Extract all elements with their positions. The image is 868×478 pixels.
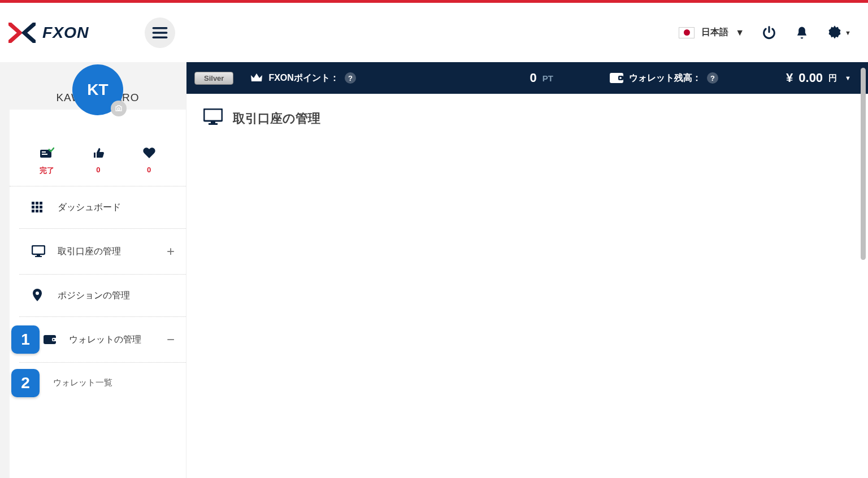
japan-flag-icon (679, 27, 695, 38)
wallet-label: ウォレット残高： (629, 72, 701, 84)
sidebar-item-label: ウォレット一覧 (53, 377, 112, 388)
wallet-group[interactable]: ウォレット残高： ? (610, 72, 718, 84)
svg-rect-17 (32, 246, 45, 254)
chevron-down-icon: ▼ (735, 28, 744, 38)
chevron-down-icon: ▼ (845, 75, 851, 81)
gear-icon (827, 25, 843, 41)
plus-icon: + (167, 244, 175, 259)
sidebar-item-label: ポジションの管理 (58, 290, 130, 302)
stat-status-label: 完了 (40, 166, 54, 176)
sidebar-item-accounts[interactable]: 取引口座の管理 + (19, 229, 186, 275)
monitor-icon (32, 245, 46, 258)
wallet-unit: 円 (828, 73, 837, 84)
stat-favorites[interactable]: 0 (142, 146, 156, 176)
settings-button[interactable]: ▼ (827, 25, 851, 41)
wallet-value-group[interactable]: ¥ 0.00 円 ▼ (786, 71, 851, 85)
id-card-icon (40, 146, 54, 160)
svg-rect-6 (42, 151, 46, 153)
header-right-controls: 日本語 ▼ ▼ (679, 25, 851, 41)
vertical-scrollbar[interactable] (861, 68, 866, 260)
stat-favorites-value: 0 (142, 166, 156, 174)
help-icon[interactable]: ? (345, 72, 356, 84)
svg-rect-11 (32, 206, 34, 208)
location-pin-icon (32, 289, 46, 302)
wallet-icon (43, 333, 58, 346)
main-content: Silver FXONポイント： ? 0 PT ウォレット残高： ? ¥ 0.0… (186, 62, 868, 478)
sidebar-item-positions[interactable]: ポジションの管理 (19, 275, 186, 317)
svg-point-4 (118, 108, 120, 110)
svg-rect-28 (211, 121, 215, 123)
svg-point-20 (36, 292, 39, 295)
logo-text-icon: FXON (42, 24, 128, 42)
svg-rect-13 (40, 206, 42, 208)
stat-verification[interactable]: 完了 (40, 146, 54, 176)
stat-likes[interactable]: 0 (92, 146, 105, 176)
grid-icon (32, 201, 46, 214)
sidebar-item-wallet[interactable]: 1 ウォレットの管理 − (19, 317, 186, 363)
sidebar-item-label: ダッシュボード (58, 202, 121, 214)
svg-rect-16 (40, 210, 42, 212)
bell-icon[interactable] (794, 25, 810, 41)
page-title-text: 取引口座の管理 (233, 110, 320, 127)
svg-rect-19 (35, 256, 42, 257)
svg-rect-18 (37, 255, 40, 256)
points-group[interactable]: FXONポイント： ? (250, 72, 355, 84)
sidebar-item-label: 取引口座の管理 (58, 246, 121, 258)
points-value-group: 0 PT (530, 71, 553, 85)
svg-rect-15 (36, 210, 38, 212)
language-label: 日本語 (701, 27, 728, 38)
svg-rect-14 (32, 210, 34, 212)
svg-rect-12 (36, 206, 38, 208)
svg-text:FXON: FXON (42, 24, 89, 41)
sidebar: KAWASE TARO KT 完了 (0, 62, 186, 478)
thumbs-up-icon (92, 146, 105, 160)
svg-rect-7 (42, 154, 47, 155)
points-label: FXONポイント： (268, 72, 338, 84)
wallet-icon (610, 73, 623, 83)
heart-icon (142, 146, 156, 160)
svg-rect-27 (204, 109, 222, 121)
minus-icon: − (167, 332, 175, 347)
svg-rect-29 (209, 123, 218, 125)
avatar[interactable]: KT (72, 64, 123, 115)
top-header: FXON 日本語 ▼ ▼ (0, 3, 868, 62)
svg-rect-10 (40, 202, 42, 205)
points-value: 0 (530, 71, 537, 85)
svg-point-26 (619, 77, 622, 79)
brand-logo[interactable]: FXON (8, 23, 128, 43)
power-icon[interactable] (761, 25, 777, 41)
sidebar-item-wallet-list[interactable]: 2 ウォレット一覧 (19, 363, 186, 403)
camera-icon[interactable] (111, 101, 127, 116)
svg-rect-8 (32, 202, 34, 205)
svg-point-23 (53, 339, 55, 341)
points-unit: PT (542, 73, 553, 83)
sidebar-item-label: ウォレットの管理 (69, 334, 141, 346)
monitor-icon (203, 108, 223, 129)
sidebar-nav: ダッシュボード 取引口座の管理 + ポジションの管理 1 (19, 186, 186, 403)
wallet-value: 0.00 (798, 71, 823, 85)
status-bar: Silver FXONポイント： ? 0 PT ウォレット残高： ? ¥ 0.0… (186, 62, 868, 94)
step-badge-2: 2 (11, 369, 40, 397)
chevron-down-icon: ▼ (845, 29, 851, 36)
help-icon[interactable]: ? (707, 72, 718, 84)
logo-mark-icon (8, 23, 36, 43)
sidebar-item-dashboard[interactable]: ダッシュボード (19, 186, 186, 229)
profile-stats: 完了 0 0 (10, 138, 186, 186)
tier-badge: Silver (194, 72, 233, 85)
crown-icon (250, 73, 263, 83)
stat-likes-value: 0 (92, 166, 105, 174)
hamburger-icon (152, 26, 168, 40)
language-selector[interactable]: 日本語 ▼ (679, 27, 744, 38)
page-title: 取引口座の管理 (186, 94, 868, 144)
wallet-currency: ¥ (786, 71, 793, 85)
menu-toggle-button[interactable] (145, 18, 175, 48)
step-badge-1: 1 (11, 325, 40, 354)
svg-rect-9 (36, 202, 38, 205)
